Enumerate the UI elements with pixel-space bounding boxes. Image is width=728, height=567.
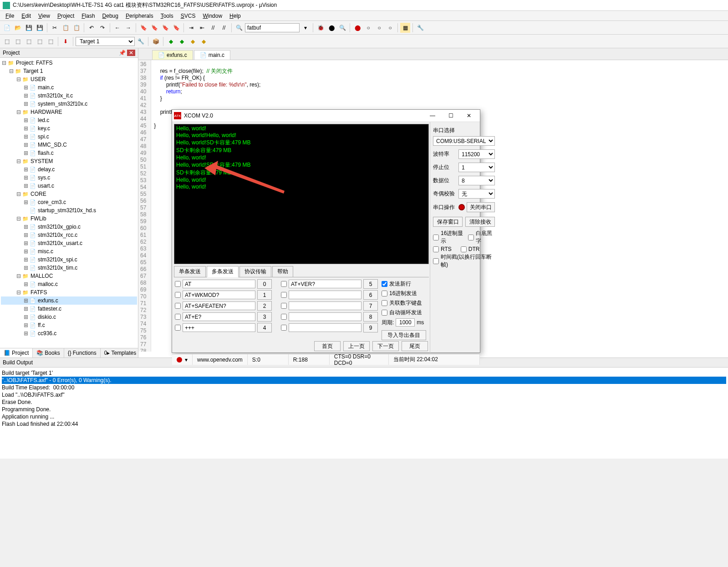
- loop-send-check[interactable]: 自动循环发送: [382, 309, 426, 317]
- cmd-check[interactable]: [281, 303, 287, 309]
- tree-item[interactable]: ⊞stm32f10x_gpio.c: [1, 223, 137, 231]
- expand-icon[interactable]: ⊟: [8, 68, 15, 74]
- step2-icon[interactable]: ○: [385, 23, 395, 33]
- serial-terminal[interactable]: Hello, world! Hello, world!Hello, world!…: [174, 124, 429, 264]
- clear-recv-button[interactable]: 清除接收: [465, 217, 495, 227]
- tree-item[interactable]: ⊟Project: FATFS: [1, 59, 137, 67]
- tree-item[interactable]: ⊟CORE: [1, 190, 137, 198]
- menu-debug[interactable]: Debug: [99, 12, 122, 20]
- expand-icon[interactable]: ⊞: [23, 265, 29, 271]
- nav-prev-button[interactable]: 上一页: [343, 341, 370, 351]
- search-input[interactable]: [245, 23, 300, 32]
- menu-project[interactable]: Project: [54, 12, 78, 20]
- tree-item[interactable]: ⊞fattester.c: [1, 305, 137, 313]
- pin-icon[interactable]: 📌: [119, 50, 126, 56]
- project-tab-templates[interactable]: 0▸Templates: [101, 348, 140, 358]
- expand-icon[interactable]: ⊞: [23, 306, 29, 312]
- cmd-check[interactable]: [281, 314, 287, 320]
- expand-icon[interactable]: ⊞: [23, 232, 29, 238]
- window-icon[interactable]: ▦: [400, 23, 410, 33]
- uncomment-icon[interactable]: //: [219, 23, 229, 33]
- tree-item[interactable]: ⊞led.c: [1, 116, 137, 124]
- find-next-icon[interactable]: ▾: [300, 23, 311, 33]
- tree-item[interactable]: ⊞stm32f10x_rcc.c: [1, 231, 137, 239]
- cmd-input[interactable]: [289, 280, 361, 288]
- port-select[interactable]: COM9:USB-SERIAL: [433, 136, 495, 146]
- expand-icon[interactable]: ⊞: [23, 297, 29, 304]
- stop-build-icon[interactable]: ⬚: [46, 36, 56, 46]
- expand-icon[interactable]: ⊞: [23, 281, 29, 287]
- cmd-send-button[interactable]: 6: [363, 290, 378, 300]
- hex-display-check[interactable]: 16进制显示: [433, 230, 465, 245]
- bookmark-icon[interactable]: 🔖: [138, 23, 148, 33]
- expand-icon[interactable]: ⊟: [15, 76, 22, 82]
- expand-icon[interactable]: ⊞: [23, 92, 29, 99]
- menu-tools[interactable]: Tools: [157, 12, 177, 20]
- expand-icon[interactable]: ⊞: [23, 133, 29, 140]
- editor-tab[interactable]: 📄main.c: [194, 50, 230, 60]
- tree-item[interactable]: ⊞cc936.c: [1, 329, 137, 337]
- project-tree[interactable]: ⊟Project: FATFS⊟Target 1⊟USER⊞main.c⊞stm…: [0, 58, 138, 348]
- expand-icon[interactable]: ⊞: [23, 248, 29, 255]
- analyzer-icon[interactable]: 🔍: [337, 23, 347, 33]
- tree-item[interactable]: ⊞spi.c: [1, 133, 137, 141]
- import-export-button[interactable]: 导入导出条目: [382, 330, 426, 340]
- tree-item[interactable]: ⊞misc.c: [1, 247, 137, 255]
- close-port-button[interactable]: 关闭串口: [467, 202, 495, 212]
- expand-icon[interactable]: ⊞: [23, 142, 29, 148]
- expand-icon[interactable]: ⊟: [15, 289, 22, 296]
- tree-item[interactable]: ⊞stm32f10x_usart.c: [1, 239, 137, 247]
- tree-item[interactable]: ⊞ff.c: [1, 321, 137, 329]
- menu-svcs[interactable]: SVCS: [177, 12, 199, 20]
- expand-icon[interactable]: ⊞: [23, 166, 29, 173]
- indent-icon[interactable]: ⇥: [186, 23, 196, 33]
- numpad-check[interactable]: 关联数字键盘: [382, 299, 426, 307]
- xcom-tab[interactable]: 多条发送: [207, 266, 239, 277]
- cmd-input[interactable]: [289, 291, 361, 299]
- batch-build-icon[interactable]: ⬚: [35, 36, 45, 46]
- expand-icon[interactable]: ⊟: [15, 191, 22, 197]
- expand-icon[interactable]: ⊟: [15, 215, 22, 222]
- cmd-check[interactable]: [281, 325, 287, 331]
- tree-item[interactable]: startup_stm32f10x_hd.s: [1, 206, 137, 215]
- open-icon[interactable]: 📂: [13, 23, 23, 33]
- nav-last-button[interactable]: 尾页: [402, 341, 428, 351]
- minimize-icon[interactable]: —: [423, 110, 442, 122]
- menu-view[interactable]: View: [35, 12, 54, 20]
- cmd-input[interactable]: [289, 301, 361, 310]
- expand-icon[interactable]: ⊟: [1, 60, 7, 66]
- stop-icon[interactable]: ○: [363, 23, 373, 33]
- cmd-input[interactable]: [289, 323, 361, 332]
- expand-icon[interactable]: ⊞: [23, 330, 29, 337]
- expand-icon[interactable]: ⊞: [23, 314, 29, 320]
- tree-item[interactable]: ⊞flash.c: [1, 149, 137, 157]
- xcom-titlebar[interactable]: ATK XCOM V2.0 — ☐ ✕: [172, 110, 480, 122]
- expand-icon[interactable]: ⊞: [23, 240, 29, 246]
- tree-item[interactable]: ⊟FATFS: [1, 288, 137, 296]
- cmd-check[interactable]: [175, 314, 181, 320]
- target-select[interactable]: Target 1: [76, 37, 135, 46]
- tree-item[interactable]: ⊟HARDWARE: [1, 108, 137, 116]
- expand-icon[interactable]: ⊞: [23, 322, 29, 328]
- tree-item[interactable]: ⊞exfuns.c: [1, 296, 137, 305]
- cmd-send-button[interactable]: 0: [257, 279, 272, 289]
- stopbits-select[interactable]: 1: [458, 163, 495, 172]
- bookmark-prev-icon[interactable]: 🔖: [149, 23, 159, 33]
- rts-check[interactable]: RTS: [433, 246, 452, 252]
- cmd-input[interactable]: [289, 312, 361, 321]
- tree-item[interactable]: ⊟Target 1: [1, 67, 137, 75]
- tree-item[interactable]: ⊞diskio.c: [1, 313, 137, 321]
- cmd-send-button[interactable]: 9: [363, 323, 378, 332]
- tree-item[interactable]: ⊟FWLib: [1, 215, 137, 223]
- databits-select[interactable]: 8: [458, 176, 495, 185]
- hex-send-check[interactable]: 16进制发送: [382, 290, 426, 297]
- rebuild-icon[interactable]: ⬚: [24, 36, 34, 46]
- step-icon[interactable]: ○: [374, 23, 384, 33]
- menu-window[interactable]: Window: [199, 12, 226, 20]
- nav-back-icon[interactable]: ←: [112, 23, 122, 33]
- cmd-send-button[interactable]: 8: [363, 312, 378, 322]
- cmd-input[interactable]: [183, 312, 255, 321]
- tree-item[interactable]: ⊞main.c: [1, 83, 137, 92]
- download-icon[interactable]: ⬇: [61, 36, 71, 46]
- tree-item[interactable]: ⊞key.c: [1, 124, 137, 133]
